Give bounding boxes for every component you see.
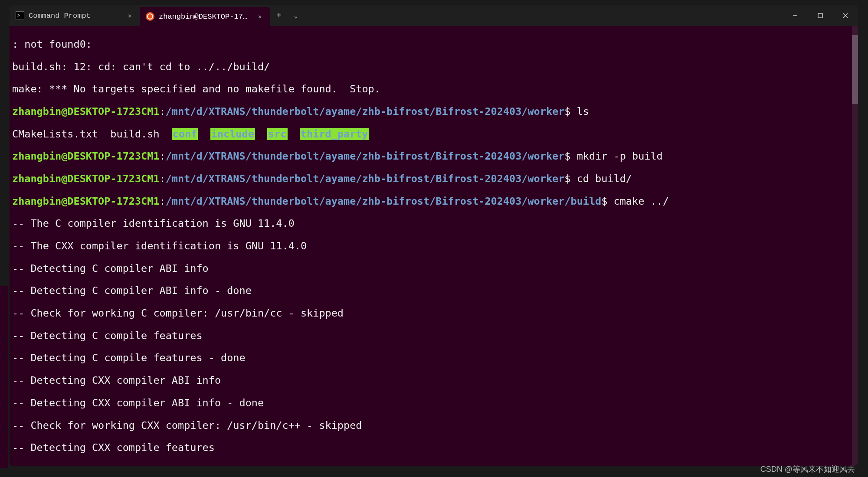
close-icon[interactable]: ✕ <box>256 13 264 20</box>
tab-title: Command Prompt <box>29 12 121 20</box>
ls-dir: src <box>267 128 287 140</box>
chevron-down-icon: ⌄ <box>294 12 298 20</box>
tab-command-prompt[interactable]: >_ Command Prompt ✕ <box>10 6 140 25</box>
minimize-icon <box>793 13 798 18</box>
tab-dropdown-button[interactable]: ⌄ <box>288 7 304 25</box>
command: mkdir -p build <box>577 150 663 162</box>
prompt-user: zhangbin@DESKTOP-1723CM1 <box>12 150 160 162</box>
command: cd build/ <box>577 173 632 185</box>
output-line: -- The C compiler identification is GNU … <box>12 218 855 229</box>
watermark: CSDN @等风来不如迎风去 <box>760 464 855 474</box>
prompt-user: zhangbin@DESKTOP-1723CM1 <box>12 195 160 207</box>
titlebar: >_ Command Prompt ✕ zhangbin@DESKTOP-172… <box>10 5 858 26</box>
output-line: : not found0: <box>12 39 855 50</box>
output-line: -- Check for working C compiler: /usr/bi… <box>12 308 855 319</box>
output-line: -- Check for working CXX compiler: /usr/… <box>12 420 855 431</box>
ls-files: CMakeLists.txt build.sh <box>12 128 172 140</box>
prompt-path: /mnt/d/XTRANS/thunderbolt/ayame/zhb-bifr… <box>166 173 565 185</box>
close-icon[interactable]: ✕ <box>126 12 134 20</box>
maximize-icon <box>818 13 823 18</box>
prompt-user: zhangbin@DESKTOP-1723CM1 <box>12 105 160 118</box>
prompt-path: /mnt/d/XTRANS/thunderbolt/ayame/zhb-bifr… <box>166 195 602 207</box>
ubuntu-icon <box>146 12 154 21</box>
output-line: -- Detecting C compile features <box>12 330 855 342</box>
output-line: build.sh: 12: cd: can't cd to ../../buil… <box>12 62 855 73</box>
prompt-line: zhangbin@DESKTOP-1723CM1:/mnt/d/XTRANS/t… <box>12 173 855 185</box>
close-window-button[interactable] <box>833 5 858 26</box>
terminal-window: >_ Command Prompt ✕ zhangbin@DESKTOP-172… <box>10 5 858 466</box>
prompt-user: zhangbin@DESKTOP-1723CM1 <box>12 173 160 185</box>
output-line: make: *** No targets specified and no ma… <box>12 84 855 95</box>
ls-output: CMakeLists.txt build.sh conf include src… <box>12 129 855 140</box>
tab-ubuntu[interactable]: zhangbin@DESKTOP-1723CM ✕ <box>140 7 270 26</box>
svg-rect-1 <box>818 13 822 18</box>
new-tab-button[interactable]: + <box>270 7 288 25</box>
output-line: -- Detecting CXX compiler ABI info - don… <box>12 398 855 409</box>
maximize-button[interactable] <box>808 5 833 26</box>
prompt-path: /mnt/d/XTRANS/thunderbolt/ayame/zhb-bifr… <box>166 105 565 118</box>
tab-title: zhangbin@DESKTOP-1723CM <box>159 13 252 21</box>
background-editor-strip <box>0 286 8 468</box>
close-icon <box>843 13 848 18</box>
output-line: -- Detecting C compile features - done <box>12 353 855 364</box>
prompt-path: /mnt/d/XTRANS/thunderbolt/ayame/zhb-bifr… <box>166 150 565 162</box>
output-line: -- Detecting CXX compile features <box>12 442 855 454</box>
window-controls <box>783 5 858 26</box>
prompt-line: zhangbin@DESKTOP-1723CM1:/mnt/d/XTRANS/t… <box>12 151 855 162</box>
output-line: -- Detecting C compiler ABI info - done <box>12 285 855 297</box>
prompt-line: zhangbin@DESKTOP-1723CM1:/mnt/d/XTRANS/t… <box>12 106 855 118</box>
output-line: -- The CXX compiler identification is GN… <box>12 241 855 252</box>
output-line: -- Detecting C compiler ABI info <box>12 263 855 274</box>
ls-dir: conf <box>172 128 198 140</box>
prompt-line: zhangbin@DESKTOP-1723CM1:/mnt/d/XTRANS/t… <box>12 196 855 207</box>
terminal-output[interactable]: : not found0: build.sh: 12: cd: can't cd… <box>10 26 858 466</box>
tab-bar: >_ Command Prompt ✕ zhangbin@DESKTOP-172… <box>10 5 304 26</box>
command: cmake ../ <box>614 195 669 207</box>
minimize-button[interactable] <box>783 5 808 26</box>
command: ls <box>577 105 589 118</box>
ls-dir: include <box>210 128 255 140</box>
scrollbar[interactable] <box>852 26 858 466</box>
cmd-icon: >_ <box>16 11 24 20</box>
output-line: -- Detecting CXX compiler ABI info <box>12 375 855 386</box>
scroll-thumb[interactable] <box>852 35 858 104</box>
ls-dir: third_party <box>300 128 369 140</box>
output-line: -- Detecting CXX compile features - done <box>12 465 855 466</box>
